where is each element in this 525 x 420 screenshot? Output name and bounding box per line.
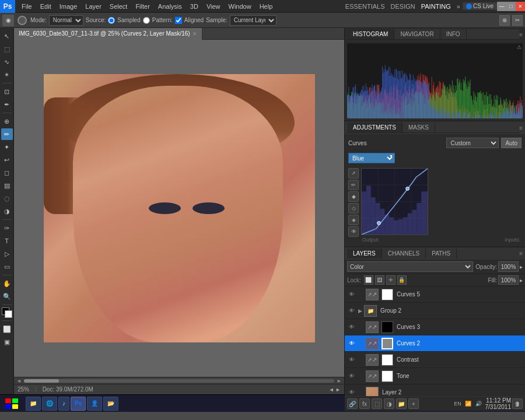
scroll-thumb[interactable] xyxy=(24,379,59,383)
layer-mask-tone[interactable] xyxy=(382,370,393,382)
layer-item-curves2[interactable]: 👁 ↗ Curves 2 xyxy=(345,335,525,352)
lasso-tool[interactable]: ∿ xyxy=(1,56,13,68)
curves-preset-select[interactable]: Custom xyxy=(446,138,499,148)
menu-select[interactable]: Select xyxy=(106,2,132,11)
source-pattern[interactable] xyxy=(143,17,150,24)
curves-visible-toggle[interactable]: 👁 xyxy=(348,226,359,237)
color-swatches[interactable] xyxy=(2,307,12,318)
fill-input[interactable] xyxy=(498,275,519,285)
canvas-container[interactable] xyxy=(14,40,344,377)
layer-item-group2[interactable]: 👁 ▶ 📁 Group 2 xyxy=(345,303,525,319)
menu-image[interactable]: Image xyxy=(55,2,82,11)
lock-position-btn[interactable]: ✛ xyxy=(386,275,396,285)
background-color[interactable] xyxy=(5,310,12,318)
curves-auto-button[interactable]: Auto xyxy=(501,138,522,148)
layer-item-tone[interactable]: 👁 ↗ Tone xyxy=(345,368,525,384)
crop-tool[interactable]: ⊡ xyxy=(1,86,13,97)
layer-visibility-group2[interactable]: 👁 xyxy=(347,306,356,316)
histogram-panel-close[interactable]: ≡ xyxy=(519,32,523,38)
workspace-design[interactable]: DESIGN xyxy=(391,3,415,10)
curves-graph-svg[interactable] xyxy=(361,168,428,235)
curves-eyedropper-gray[interactable]: ◇ xyxy=(348,203,359,214)
menu-window[interactable]: Window xyxy=(225,2,256,11)
zoom-tool[interactable]: 🔍 xyxy=(1,290,13,302)
layer-item-curves5[interactable]: 👁 ↗ Curves 5 xyxy=(345,286,525,303)
blend-mode-select[interactable]: Color Normal Multiply Screen Overlay Lum… xyxy=(347,261,473,272)
type-tool[interactable]: T xyxy=(1,235,13,247)
menu-view[interactable]: View xyxy=(202,2,225,11)
sample-select[interactable]: Current Layer xyxy=(230,15,276,26)
curves-graph-container[interactable]: Output: Inputs: xyxy=(361,168,522,243)
marquee-tool[interactable]: ⬚ xyxy=(1,43,13,55)
layer-mask-contrast[interactable] xyxy=(382,354,393,366)
scroll-left-arrow[interactable]: ◄ xyxy=(16,378,22,384)
taskbar-photoshop[interactable]: Ps xyxy=(71,397,86,411)
scroll-right-arrow[interactable]: ► xyxy=(337,378,342,384)
tab-masks[interactable]: MASKS xyxy=(402,123,435,132)
opacity-arrow[interactable]: ▸ xyxy=(520,264,523,270)
menu-file[interactable]: File xyxy=(18,2,36,11)
history-brush-tool[interactable]: ↩ xyxy=(1,154,13,166)
tab-adjustments[interactable]: ADJUSTMENTS xyxy=(347,123,402,132)
layer-visibility-curves2[interactable]: 👁 xyxy=(347,339,356,348)
window-minimize[interactable]: — xyxy=(497,2,506,11)
layer-mask-curves2[interactable] xyxy=(382,338,393,349)
layer-item-contrast[interactable]: 👁 ↗ Contrast xyxy=(345,352,525,368)
curves-eyedropper-black[interactable]: ◆ xyxy=(348,191,359,202)
menu-layer[interactable]: Layer xyxy=(81,2,106,11)
layer-expand-group2[interactable]: ▶ xyxy=(358,308,362,314)
move-tool[interactable]: ↖ xyxy=(1,30,13,42)
curves-pointer-tool[interactable]: ↗ xyxy=(348,168,359,178)
workspace-more[interactable]: » xyxy=(457,3,460,10)
taskbar-folder2[interactable]: 📂 xyxy=(103,397,118,411)
tab-navigator[interactable]: NAVIGATOR xyxy=(394,29,440,39)
curves-pencil-tool[interactable]: ✏ xyxy=(348,180,359,190)
adjustments-panel-close[interactable]: ≡ xyxy=(519,125,523,131)
layer-visibility-curves5[interactable]: 👁 xyxy=(347,290,356,299)
layer-visibility-layer2[interactable]: 👁 xyxy=(347,388,356,397)
opacity-input[interactable] xyxy=(498,261,519,272)
cancel-clone-btn[interactable]: ⊗ xyxy=(499,15,510,26)
tab-info[interactable]: INFO xyxy=(440,29,467,39)
curves-eyedropper-white[interactable]: ◈ xyxy=(348,215,359,225)
start-button[interactable] xyxy=(0,395,23,412)
cs-live-button[interactable]: CS Live xyxy=(463,2,497,10)
menu-filter[interactable]: Filter xyxy=(131,2,153,11)
eraser-tool[interactable]: ◻ xyxy=(1,167,13,178)
layer-item-curves3[interactable]: 👁 ↗ Curves 3 xyxy=(345,319,525,335)
dodge-tool[interactable]: ◑ xyxy=(1,205,13,217)
taskbar-explorer[interactable]: 📁 xyxy=(26,397,41,411)
lock-all-btn[interactable]: 🔒 xyxy=(397,275,407,285)
document-tab[interactable]: IMG_6030_Date30_07_11-3.tif @ 25% (Curve… xyxy=(14,28,202,40)
shape-tool[interactable]: ▭ xyxy=(1,261,13,272)
workspace-essentials[interactable]: ESSENTIALS xyxy=(345,3,385,10)
menu-edit[interactable]: Edit xyxy=(36,2,55,11)
path-select-tool[interactable]: ▷ xyxy=(1,248,13,260)
nav-arrows[interactable]: ◄ ► xyxy=(329,387,341,393)
pen-tool[interactable]: ✑ xyxy=(1,222,13,234)
menu-analysis[interactable]: Analysis xyxy=(154,2,186,11)
layer-visibility-tone[interactable]: 👁 xyxy=(347,372,356,381)
mode-select[interactable]: Normal xyxy=(49,15,83,26)
workspace-painting[interactable]: PAINTING xyxy=(421,3,451,10)
aligned-checkbox[interactable] xyxy=(175,17,182,24)
heal-tool[interactable]: ⊕ xyxy=(1,116,13,127)
document-tab-close[interactable]: ✕ xyxy=(192,31,197,37)
tab-histogram[interactable]: HISTOGRAM xyxy=(347,29,394,39)
tray-show-desktop[interactable]: ▮ xyxy=(513,400,522,408)
layer-visibility-curves3[interactable]: 👁 xyxy=(347,323,356,332)
lock-image-btn[interactable]: 🖼 xyxy=(375,275,384,285)
eyedropper-tool[interactable]: ✒ xyxy=(1,99,13,110)
tab-channels[interactable]: CHANNELS xyxy=(382,249,426,258)
taskbar-portrait[interactable]: 👤 xyxy=(87,397,102,411)
fill-arrow[interactable]: ▸ xyxy=(520,277,523,284)
tab-layers[interactable]: LAYERS xyxy=(347,249,382,258)
menu-3d[interactable]: 3D xyxy=(186,2,202,11)
screen-mode[interactable]: ▣ xyxy=(1,336,13,348)
channel-select[interactable]: Blue RGB Red Green xyxy=(348,153,395,163)
taskbar-ie[interactable]: 🌐 xyxy=(42,397,57,411)
tab-paths[interactable]: PATHS xyxy=(426,249,457,258)
quick-mask-mode[interactable]: ⬜ xyxy=(1,323,13,335)
brush-tool[interactable]: ✏ xyxy=(1,128,13,140)
layer-mask-curves5[interactable] xyxy=(382,289,393,300)
